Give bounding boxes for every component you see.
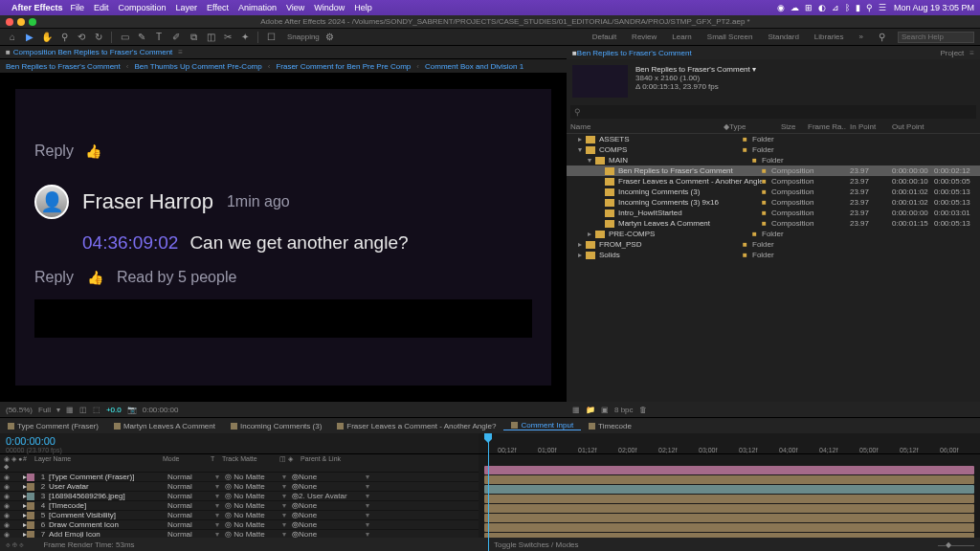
project-item[interactable]: ▸ASSETS■Folder <box>567 134 980 144</box>
resolution-dropdown[interactable]: Full <box>38 406 51 414</box>
composition-viewer[interactable]: Reply 👍 👤 Fraser Harrop 1min ago 04:36:0… <box>0 73 567 402</box>
layer-row[interactable]: ◉▸5[Comment Visibility]Normal▾◎ No Matte… <box>0 511 479 520</box>
project-item[interactable]: ▾MAIN■Folder <box>567 155 980 165</box>
timeline-tab[interactable]: Type Comment (Fraser) <box>0 422 106 430</box>
layer-bar[interactable] <box>484 466 974 474</box>
breadcrumb-item[interactable]: Fraser Comment for Ben Pre Pre Comp <box>276 62 411 71</box>
clock[interactable]: Mon Aug 19 3:05 PM <box>894 3 974 12</box>
mask-icon[interactable]: ◫ <box>79 406 87 414</box>
project-item[interactable]: Intro_HowItStarted■Composition23.970:00:… <box>567 208 980 218</box>
puppet-tool-icon[interactable]: ✦ <box>238 31 252 44</box>
bluetooth-icon[interactable]: ᛒ <box>845 3 850 12</box>
workspace-default[interactable]: Default <box>585 33 624 41</box>
orbit-tool-icon[interactable]: ⟲ <box>75 31 88 44</box>
shape-tool-icon[interactable]: ▭ <box>118 31 131 44</box>
col-size[interactable]: Size <box>781 122 808 131</box>
snapshot-icon[interactable]: 📷 <box>127 406 137 414</box>
layer-row[interactable]: ◉▸3[1689845689296.jpeg]Normal▾◎ No Matte… <box>0 492 479 501</box>
grid-icon[interactable]: ▦ <box>66 406 74 414</box>
timeline-tab[interactable]: Martyn Leaves A Comment <box>106 422 223 430</box>
layer-bar[interactable] <box>484 514 974 522</box>
layer-bar[interactable] <box>484 533 974 538</box>
breadcrumb-item[interactable]: Comment Box and Division 1 <box>425 62 523 71</box>
menu-help[interactable]: Help <box>354 3 372 12</box>
roto-tool-icon[interactable]: ✂ <box>221 31 234 44</box>
project-item[interactable]: ▸PRE-COMPS■Folder <box>567 229 980 239</box>
timeline-ruler[interactable]: 00;12f01;00f01;12f02;00f02;12f03;00f03;1… <box>479 433 980 453</box>
menu-layer[interactable]: Layer <box>176 3 198 12</box>
menu-animation[interactable]: Animation <box>238 3 277 12</box>
layer-row[interactable]: ◉▸1[Type Comment (Fraser)]Normal▾◎ No Ma… <box>0 473 479 482</box>
timeline-bars[interactable] <box>479 454 980 538</box>
wifi-icon[interactable]: ⊿ <box>832 3 839 12</box>
project-item[interactable]: ▸Solids■Folder <box>567 250 980 260</box>
zoom-slider[interactable]: —◆——— <box>938 540 974 549</box>
zoom-icon[interactable] <box>29 18 36 26</box>
menu-effect[interactable]: Effect <box>207 3 229 12</box>
col-inpoint[interactable]: In Point <box>850 122 892 131</box>
project-tintellectual[interactable]: Ben Replies to Fraser's Comment <box>577 49 692 57</box>
panel-menu-icon[interactable]: ≡ <box>969 49 974 57</box>
project-item[interactable]: Fraser Leaves a Comment - Another Angle?… <box>567 176 980 187</box>
menu-file[interactable]: File <box>71 3 85 12</box>
col-trackmatte[interactable]: Track Matte <box>222 455 279 471</box>
workspace-review[interactable]: Review <box>624 33 664 41</box>
col-name[interactable]: Name <box>570 122 724 131</box>
toggle-switches-button[interactable]: Toggle Switches / Modes <box>494 540 579 549</box>
trash-icon[interactable]: 🗑 <box>639 406 647 414</box>
status-icon[interactable]: ⊞ <box>805 3 813 12</box>
project-search[interactable]: ⚲ <box>570 105 976 119</box>
region-icon[interactable]: ⬚ <box>93 406 100 414</box>
interpret-icon[interactable]: ▦ <box>572 406 580 414</box>
search-icon[interactable]: ⚲ <box>875 31 888 44</box>
col-layername[interactable]: Layer Name <box>34 455 163 471</box>
menu-composition[interactable]: Composition <box>119 3 167 12</box>
playhead[interactable] <box>488 433 489 551</box>
project-item[interactable]: ▸FROM_PSD■Folder <box>567 239 980 250</box>
text-tool-icon[interactable]: T <box>152 31 166 44</box>
timeline-tab[interactable]: Incoming Comments (3) <box>223 422 329 430</box>
layer-bar[interactable] <box>484 523 974 532</box>
menu-view[interactable]: View <box>286 3 304 12</box>
timeline-tab[interactable]: Comment Input <box>503 421 581 430</box>
shy-icon[interactable]: ⟐ ⊕ ⟐ <box>6 540 24 549</box>
col-type[interactable]: Type <box>729 122 781 131</box>
project-tree[interactable]: ▸ASSETS■Folder▾COMPS■Folder▾MAIN■FolderB… <box>567 134 980 402</box>
layer-bar[interactable] <box>484 504 974 513</box>
project-item[interactable]: ▾COMPS■Folder <box>567 144 980 155</box>
comp-new-icon[interactable]: ▣ <box>601 406 609 414</box>
workspace-standard[interactable]: Standard <box>760 33 806 41</box>
comp-panel-tab[interactable]: ■ Composition Ben Replies to Fraser's Co… <box>0 46 567 59</box>
time-display[interactable]: 0:00:00:00 <box>143 406 179 414</box>
snapping-options-icon[interactable]: ⚙ <box>323 31 337 44</box>
selected-comp-name[interactable]: Ben Replies to Fraser's Comment ▾ <box>635 65 756 74</box>
exposure-value[interactable]: +0.0 <box>106 406 122 414</box>
timeline-tab[interactable]: Timecode <box>581 422 639 430</box>
minimize-icon[interactable] <box>17 18 25 26</box>
col-mode[interactable]: Mode <box>163 455 211 471</box>
panel-menu-icon[interactable]: ≡ <box>178 48 183 56</box>
workspace-more-icon[interactable]: » <box>852 33 871 41</box>
workspace-learn[interactable]: Learn <box>664 33 699 41</box>
search-icon[interactable]: ⚲ <box>866 3 873 12</box>
layer-bar[interactable] <box>484 485 974 494</box>
brush-tool-icon[interactable]: ✐ <box>169 31 183 44</box>
eraser-tool-icon[interactable]: ◫ <box>204 31 217 44</box>
home-icon[interactable]: ⌂ <box>6 31 19 44</box>
close-icon[interactable] <box>6 18 13 26</box>
panel-label[interactable]: Project <box>940 49 964 57</box>
battery-icon[interactable]: ▮ <box>856 3 860 12</box>
rotate-tool-icon[interactable]: ↻ <box>92 31 105 44</box>
app-name[interactable]: After Effects <box>11 3 63 12</box>
layer-bar[interactable] <box>484 495 974 503</box>
col-outpoint[interactable]: Out Point <box>892 122 934 131</box>
col-parent[interactable]: Parent & Link <box>301 455 358 471</box>
zoom-dropdown[interactable]: (56.5%) <box>6 406 33 414</box>
current-time[interactable]: 0:00:00:00 <box>6 435 473 447</box>
project-item[interactable]: Ben Replies to Fraser's Comment■Composit… <box>567 165 980 176</box>
breadcrumb-item[interactable]: Ben Replies to Fraser's Comment <box>6 62 121 71</box>
selection-tool-icon[interactable]: ▶ <box>23 31 36 44</box>
layer-bar[interactable] <box>484 475 974 484</box>
project-item[interactable]: Incoming Comments (3) 9x16■Composition23… <box>567 197 980 208</box>
layer-row[interactable]: ◉▸2User AvatarNormal▾◎ No Matte▾◎None▾ <box>0 482 479 492</box>
